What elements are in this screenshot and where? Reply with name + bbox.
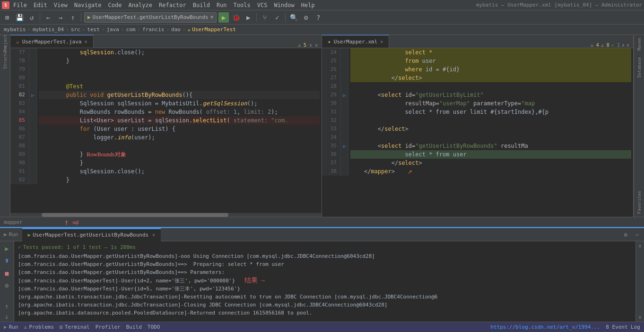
toolbar-sync-btn[interactable]: ↺ <box>26 12 37 23</box>
output-line-3: [com.francis.dao.UserMapper.getUserListB… <box>18 268 632 276</box>
left-hscroll-thumb[interactable] <box>42 213 228 217</box>
run-right-down[interactable]: ∨ <box>637 313 642 322</box>
run-right-sidebar: ∧ ∨ <box>635 241 644 322</box>
rcode-32 <box>350 116 631 125</box>
run-right-up[interactable]: ∧ <box>637 241 642 250</box>
toolbar-nav-fwd[interactable]: → <box>55 12 66 23</box>
menu-code[interactable]: Code <box>105 1 125 9</box>
breadcrumb-test[interactable]: test <box>87 26 100 33</box>
rln-24: 24 <box>324 48 339 57</box>
tab-close-right[interactable]: × <box>380 39 383 44</box>
breadcrumb-java[interactable]: java <box>106 26 119 33</box>
breadcrumb-mybatis04[interactable]: mybatis_04 <box>33 26 64 33</box>
run-panel-settings[interactable]: ⚙ <box>620 230 631 240</box>
run-panel-settings2[interactable]: ⚙ <box>2 280 12 290</box>
breadcrumb-src[interactable]: src <box>71 26 80 33</box>
code-86: for (User user : userList) { <box>39 125 320 133</box>
run-panel-scroll-up[interactable]: ↑ <box>2 301 12 311</box>
tab-usermappertest[interactable]: ☕ UserMapperTest.java × <box>10 35 94 48</box>
status-build[interactable]: Build <box>126 324 142 330</box>
maven-label[interactable]: Maven <box>636 35 643 53</box>
run-gutter-29[interactable]: ▷ <box>341 91 348 99</box>
rln-31: 31 <box>324 108 339 116</box>
menu-file[interactable]: File <box>10 1 30 9</box>
rln-29: 29 <box>324 91 339 99</box>
bottom-status-bar: mapper ↑ sql <box>0 217 644 227</box>
status-todo[interactable]: TODO <box>148 324 160 330</box>
mapper-label: mapper <box>4 219 23 225</box>
run-config-selector[interactable]: ▶ UserMapperTest.getUserListByRowBounds … <box>84 12 217 23</box>
run-output[interactable]: ✓ Tests passed: 1 of 1 test – 1s 288ms [… <box>14 241 635 322</box>
run-tab-close[interactable]: × <box>152 232 155 238</box>
favorites-label[interactable]: Favorites <box>636 188 643 217</box>
menu-vcs[interactable]: VCS <box>254 1 270 9</box>
tab-close-left[interactable]: × <box>84 39 87 44</box>
status-problems[interactable]: ⚠ Problems <box>24 324 54 330</box>
code-82: public void getUserListByRowBounds(){ <box>39 91 320 99</box>
toolbar-commit-btn[interactable]: ✓ <box>272 12 282 23</box>
coverage-btn[interactable]: ▶ <box>243 12 253 23</box>
toolbar-settings-btn[interactable]: ⚙ <box>301 12 311 23</box>
rcode-33: </select> <box>350 125 631 133</box>
menu-analyze[interactable]: Analyze <box>125 1 155 9</box>
toolbar-nav-up[interactable]: ↑ <box>68 12 78 23</box>
database-label[interactable]: Database <box>636 54 643 80</box>
menu-run[interactable]: Run <box>214 1 230 9</box>
run-panel-scroll-down[interactable]: ↓ <box>2 311 12 322</box>
status-terminal[interactable]: ⊡ Terminal <box>60 324 90 330</box>
toolbar-save-btn[interactable]: 💾 <box>14 12 25 23</box>
left-editor-content[interactable]: 77 78 79 80 81 82 83 84 85 86 87 88 89 9… <box>10 48 322 217</box>
run-panel-debug-btn[interactable]: 9 <box>2 255 12 266</box>
status-profiler[interactable]: Profiler <box>96 324 121 330</box>
ln-91: 91 <box>12 167 27 176</box>
menu-view[interactable]: View <box>51 1 70 9</box>
breadcrumb-com[interactable]: com <box>126 26 136 33</box>
menu-window[interactable]: Window <box>271 1 297 9</box>
sql-label: sql <box>72 219 78 225</box>
run-main-tab[interactable]: ▶ UserMapperTest.getUserListByRowBounds … <box>22 228 161 241</box>
rln-28: 28 <box>324 82 339 91</box>
run-panel-stop-btn[interactable]: ■ <box>2 268 12 278</box>
toolbar-git-btn[interactable]: ⑂ <box>260 12 270 23</box>
left-hscrollbar[interactable] <box>10 213 322 217</box>
code-77: sqlSession.close(); <box>39 48 320 57</box>
menu-build[interactable]: Build <box>190 1 213 9</box>
menu-edit[interactable]: Edit <box>31 1 50 9</box>
left-editor-tabs: ☕ UserMapperTest.java × ⚠ 5 ∧ ∨ <box>10 35 322 48</box>
sidebar-icon-structure[interactable]: Structure <box>0 52 11 63</box>
menu-tools[interactable]: Tools <box>231 1 253 9</box>
status-url[interactable]: https://blog.csdn.net/art_v/1994... <box>490 324 600 330</box>
breadcrumb-dao[interactable]: dao <box>171 26 181 33</box>
ln-82: 82 <box>12 91 27 99</box>
code-79 <box>39 65 320 74</box>
toolbar-nav-back[interactable]: ← <box>43 12 53 23</box>
debug-btn[interactable]: 🐞 <box>231 12 241 23</box>
output-line-1: [com.francis.dao.UserMapper.getUserListB… <box>18 252 632 260</box>
right-editor-content[interactable]: 24 25 26 27 28 29 30 31 32 33 34 35 36 3… <box>322 48 633 217</box>
breadcrumb: mybatis › mybatis_04 › src › test › java… <box>0 25 644 35</box>
left-sidebar: Project Structure <box>0 35 10 217</box>
run-btn[interactable]: ▶ <box>218 12 229 23</box>
menu-help[interactable]: Help <box>298 1 318 9</box>
status-run[interactable]: ▶ Run <box>4 324 18 330</box>
toolbar-help-btn[interactable]: ? <box>313 12 323 23</box>
ln-77: 77 <box>12 48 27 57</box>
code-81: @Test <box>39 82 320 91</box>
rln-38: 38 <box>324 167 339 176</box>
breadcrumb-francis[interactable]: francis <box>142 26 164 33</box>
rln-37: 37 <box>324 159 339 167</box>
menu-navigate[interactable]: Navigate <box>71 1 104 9</box>
run-gutter-82[interactable]: ▷ <box>29 91 36 99</box>
toolbar-back-btn[interactable]: ⊞ <box>2 12 12 23</box>
tab-usermapper-xml[interactable]: ✦ UserMapper.xml × <box>322 35 389 48</box>
menu-refactor[interactable]: Refactor <box>156 1 189 9</box>
ln-90: 90 <box>12 159 27 167</box>
run-panel-minimize[interactable]: − <box>632 230 642 240</box>
status-events[interactable]: 8 Event Log <box>606 324 640 330</box>
sql-arrow: ↑ <box>64 218 69 227</box>
run-panel-run-btn[interactable]: ▶ <box>2 243 12 254</box>
ln-92: 92 <box>12 176 27 184</box>
breadcrumb-mybatis[interactable]: mybatis <box>4 26 26 33</box>
toolbar-search-btn[interactable]: 🔍 <box>288 12 299 23</box>
run-gutter-35[interactable]: ▷ <box>341 142 348 150</box>
